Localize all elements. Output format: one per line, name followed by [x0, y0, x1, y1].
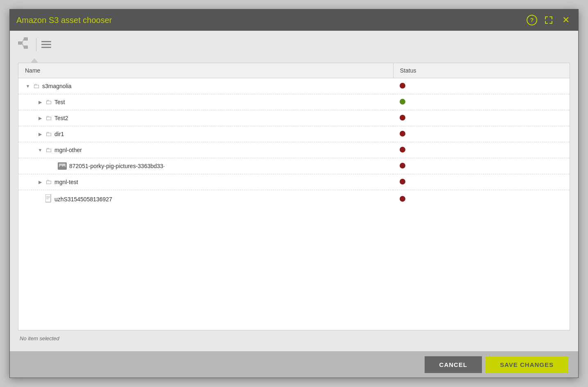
table-row[interactable]: ▶ 🗀 mgnl-test: [18, 174, 570, 190]
status-dot-red: [400, 115, 405, 121]
status-dot-red: [400, 131, 405, 137]
table-row[interactable]: ▶ 🗀 Test: [18, 94, 570, 110]
status-dot-red: [400, 83, 405, 89]
svg-rect-0: [18, 41, 22, 45]
cell-name: ▶ 🗀 dir1: [25, 130, 387, 138]
menu-line-3: [41, 47, 51, 48]
chevron-down-icon[interactable]: ▼: [25, 83, 31, 89]
table-row[interactable]: ▶ 🗀 dir1: [18, 126, 570, 142]
svg-rect-2: [24, 46, 28, 49]
chevron-right-icon[interactable]: ▶: [37, 99, 43, 105]
tree-view-icon[interactable]: [18, 37, 31, 52]
item-name: mgnl-other: [54, 147, 82, 153]
table-body: ▼ 🗀 s3magnolia ▶: [18, 78, 570, 209]
cell-name: ▶ 🗀 Test2: [25, 114, 387, 122]
table-row[interactable]: uzhS31545058136927: [18, 190, 570, 209]
col-name-header: Name: [18, 63, 393, 78]
cell-name: uzhS31545058136927: [25, 194, 387, 204]
svg-rect-1: [24, 37, 28, 41]
help-icon[interactable]: ?: [527, 15, 537, 25]
titlebar: Amazon S3 asset chooser ? ✕: [10, 9, 578, 31]
file-icon: [45, 194, 52, 204]
toolbar-divider: [36, 38, 36, 51]
footer: CANCEL SAVE CHANGES: [10, 351, 578, 378]
item-name: Test2: [54, 115, 68, 121]
menu-line-2: [41, 44, 51, 45]
table-header: Name Status: [18, 63, 570, 78]
asset-table: Name Status ▼ 🗀 s3magnolia: [18, 63, 570, 208]
status-dot-green: [400, 99, 405, 105]
item-name: s3magnolia: [42, 83, 72, 89]
item-name: 872051-porky-pig-pictures-3363bd33·: [69, 163, 165, 169]
table-row[interactable]: 872051-porky-pig-pictures-3363bd33·: [18, 158, 570, 174]
menu-line-1: [41, 41, 51, 42]
toolbar: [18, 37, 570, 55]
folder-icon: 🗀: [45, 178, 52, 186]
svg-line-3: [22, 39, 24, 43]
chevron-right-icon[interactable]: ▶: [37, 131, 43, 137]
status-dot-red: [400, 179, 405, 184]
folder-icon: 🗀: [45, 114, 52, 122]
item-name: uzhS31545058136927: [54, 196, 112, 203]
status-dot-red: [400, 196, 405, 202]
item-name: Test: [54, 99, 65, 105]
col-status-header: Status: [393, 63, 570, 78]
item-name: mgnl-test: [54, 179, 78, 185]
folder-icon: 🗀: [45, 98, 52, 106]
cell-name: ▶ 🗀 mgnl-test: [25, 178, 387, 186]
list-view-icon[interactable]: [41, 41, 51, 48]
chevron-down-icon[interactable]: ▼: [37, 147, 43, 153]
image-icon: [58, 162, 67, 170]
folder-icon: 🗀: [45, 130, 52, 138]
cell-name: 872051-porky-pig-pictures-3363bd33·: [25, 162, 387, 170]
save-button[interactable]: SAVE CHANGES: [485, 356, 568, 373]
chevron-right-icon[interactable]: ▶: [37, 115, 43, 121]
status-dot-red: [400, 147, 405, 153]
table-container: Name Status ▼ 🗀 s3magnolia: [18, 63, 570, 330]
cell-name: ▶ 🗀 Test: [25, 98, 387, 106]
item-name: dir1: [54, 131, 64, 137]
dialog-body: Name Status ▼ 🗀 s3magnolia: [10, 31, 578, 351]
dialog: Amazon S3 asset chooser ? ✕: [9, 9, 579, 378]
close-icon[interactable]: ✕: [560, 14, 572, 26]
svg-point-7: [63, 164, 65, 166]
cell-name: ▼ 🗀 mgnl-other: [25, 146, 387, 154]
folder-icon: 🗀: [45, 146, 52, 154]
status-dot-red: [400, 163, 405, 168]
status-bar: No item selected: [18, 330, 570, 346]
svg-line-4: [22, 43, 24, 47]
expand-icon[interactable]: [543, 14, 554, 26]
table-row[interactable]: ▶ 🗀 Test2: [18, 110, 570, 126]
svg-rect-8: [45, 194, 51, 202]
table-row[interactable]: ▼ 🗀 mgnl-other: [18, 142, 570, 158]
chevron-right-icon[interactable]: ▶: [37, 179, 43, 185]
table-row[interactable]: ▼ 🗀 s3magnolia: [18, 78, 570, 94]
status-text: No item selected: [20, 335, 59, 341]
folder-icon: 🗀: [33, 82, 40, 90]
cancel-button[interactable]: CANCEL: [425, 356, 482, 373]
dialog-title: Amazon S3 asset chooser: [16, 16, 112, 25]
cell-name: ▼ 🗀 s3magnolia: [25, 82, 387, 90]
titlebar-icons: ? ✕: [527, 14, 572, 26]
